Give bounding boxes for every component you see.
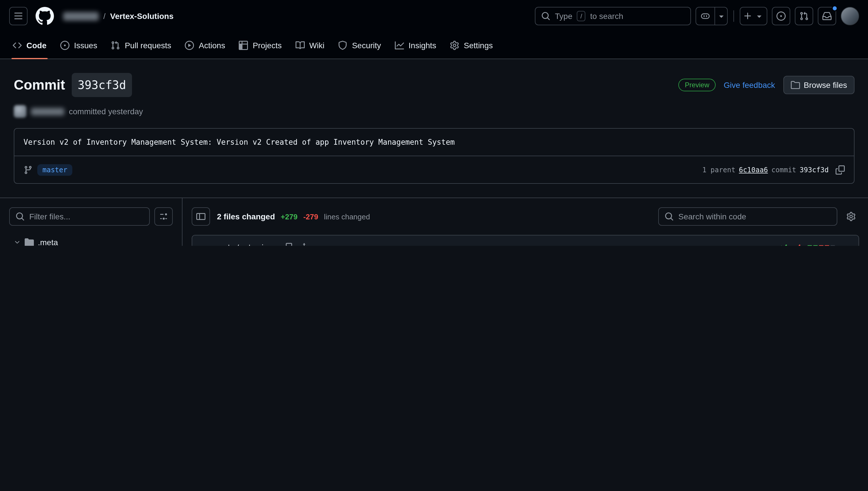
browse-files-label: Browse files	[804, 74, 847, 96]
copy-path-button[interactable]	[282, 241, 293, 246]
tab-actions[interactable]: Actions	[179, 32, 231, 59]
total-deletions: -279	[303, 212, 318, 221]
tab-label: Settings	[464, 41, 493, 50]
give-feedback-link[interactable]: Give feedback	[724, 74, 775, 96]
main-content: Filter files... .metameta.jsonInventory …	[0, 198, 868, 246]
copy-icon	[283, 242, 292, 246]
tab-security[interactable]: Security	[333, 32, 387, 59]
hamburger-button[interactable]	[9, 7, 28, 25]
commit-title-label: Commit	[14, 74, 65, 96]
search-within-code-input[interactable]: Search within code	[658, 207, 837, 226]
file-options-button[interactable]	[841, 241, 853, 246]
repo-nav: CodeIssuesPull requestsActionsProjectsWi…	[0, 32, 868, 59]
commit-author-row: committed yesterday	[14, 104, 855, 119]
settings-icon	[450, 41, 459, 50]
commit-message-box: Version v2 of Inventory Management Syste…	[14, 128, 855, 184]
tab-code[interactable]: Code	[7, 32, 52, 59]
diffstat-blocks	[807, 245, 835, 246]
diff-file-header: .meta/meta.json +4 -4	[192, 235, 859, 246]
filter-files-placeholder: Filter files...	[29, 212, 70, 221]
security-icon	[338, 41, 347, 50]
insights-icon	[395, 41, 404, 50]
copilot-button[interactable]	[695, 7, 728, 25]
file-directory-icon	[790, 80, 800, 90]
tab-issues[interactable]: Issues	[55, 32, 103, 59]
commit-message: Version v2 of Inventory Management Syste…	[14, 128, 854, 155]
diff-settings-button[interactable]	[843, 208, 859, 225]
unread-notification-dot	[832, 5, 838, 11]
pull-requests-button[interactable]	[795, 7, 813, 25]
copy-sha-button[interactable]	[836, 165, 845, 174]
wiki-icon	[296, 41, 305, 50]
kebab-icon	[842, 242, 851, 246]
folder-name: .meta	[38, 238, 58, 246]
diffstat-block-del	[819, 245, 824, 246]
slash-key-hint: /	[577, 11, 586, 21]
tab-insights[interactable]: Insights	[389, 32, 442, 59]
move-button[interactable]	[299, 241, 310, 246]
search-placeholder-suffix: to search	[590, 11, 623, 21]
three-bars-icon	[14, 11, 23, 21]
file-additions: +4	[779, 243, 788, 246]
browse-files-button[interactable]: Browse files	[783, 76, 855, 94]
diff-toolbar: 2 files changed +279 -279 lines changed …	[192, 207, 859, 226]
username-redacted[interactable]	[63, 12, 99, 20]
code-icon	[12, 41, 22, 50]
notifications-button[interactable]	[818, 7, 836, 25]
app-header: / Vertex-Solutions Type / to search	[0, 0, 868, 32]
github-logo-icon	[36, 7, 54, 25]
tab-label: Pull requests	[125, 41, 171, 50]
breadcrumb-separator: /	[103, 11, 105, 21]
file-filter-button[interactable]	[154, 207, 173, 226]
tab-label: Insights	[409, 41, 436, 50]
pull-request-icon	[111, 41, 120, 50]
lines-changed-label: lines changed	[324, 212, 370, 221]
folder-icon	[25, 238, 34, 246]
issue-opened-icon	[776, 11, 786, 21]
tab-label: Code	[26, 41, 46, 50]
files-changed-count: 2 files changed	[217, 212, 275, 221]
diff-pane: 2 files changed +279 -279 lines changed …	[183, 198, 868, 246]
tab-pull-requests[interactable]: Pull requests	[105, 32, 177, 59]
diff-filename: .meta/meta.json	[215, 243, 277, 246]
diffstat-block-add	[813, 245, 818, 246]
page-title: Commit 393cf3d	[14, 73, 132, 97]
divider	[734, 10, 734, 22]
commit-time: committed yesterday	[69, 107, 143, 116]
create-new-button[interactable]	[740, 7, 767, 25]
search-icon	[16, 212, 25, 221]
filter-files-input[interactable]: Filter files...	[9, 207, 150, 226]
tab-settings[interactable]: Settings	[444, 32, 498, 59]
git-branch-icon	[24, 165, 33, 174]
top-chrome: / Vertex-Solutions Type / to search	[0, 0, 868, 59]
search-within-code-placeholder: Search within code	[678, 212, 746, 221]
github-logo[interactable]	[36, 7, 54, 25]
chevron-down-icon	[199, 242, 208, 246]
file-tree: .metameta.jsonInventory Management Syst.…	[9, 234, 173, 246]
tab-label: Projects	[253, 41, 282, 50]
branch-link[interactable]: master	[37, 164, 72, 175]
tab-projects[interactable]: Projects	[233, 32, 287, 59]
file-deletions: -4	[793, 243, 801, 246]
issues-button[interactable]	[772, 7, 790, 25]
github-commit-page: / Vertex-Solutions Type / to search	[0, 0, 868, 246]
parent-sha-link[interactable]: 6c10aa6	[739, 166, 768, 174]
preview-badge[interactable]: Preview	[679, 79, 716, 91]
actions-icon	[185, 41, 194, 50]
avatar[interactable]	[841, 7, 859, 25]
global-search-input[interactable]: Type / to search	[535, 7, 691, 25]
collapse-file-button[interactable]	[198, 241, 210, 246]
header-actions: Type / to search	[535, 7, 859, 25]
author-avatar[interactable]	[14, 105, 26, 118]
tab-wiki[interactable]: Wiki	[290, 32, 330, 59]
diff-card: .meta/meta.json +4 -4 @@ -9,10 +9,10 @@9…	[192, 235, 859, 246]
toggle-file-tree-button[interactable]	[192, 207, 210, 226]
chevron-down-icon	[714, 7, 727, 25]
triangle-down-icon	[755, 11, 764, 21]
commit-sha-chip: 393cf3d	[72, 73, 132, 97]
author-name-redacted[interactable]	[31, 108, 64, 115]
move-icon	[300, 242, 309, 246]
tree-folder-row[interactable]: .meta	[9, 234, 173, 246]
breadcrumb-repo[interactable]: Vertex-Solutions	[110, 11, 174, 21]
copilot-icon	[696, 7, 714, 25]
